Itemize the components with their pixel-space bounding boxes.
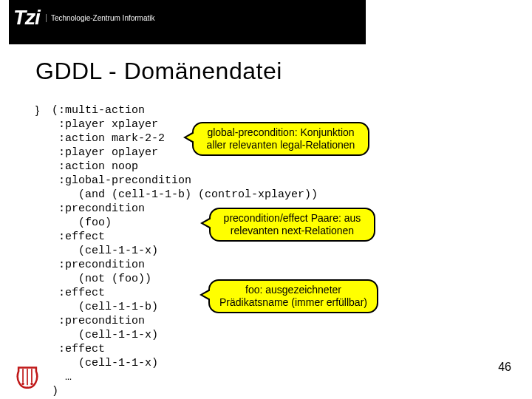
svg-rect-1 [27,369,28,385]
callout-precondition-effect: precondition/effect Paare: aus relevante… [209,208,375,242]
slide-title: GDDL - Domänendatei [35,58,282,85]
university-logo-icon [15,365,40,390]
svg-rect-0 [22,369,24,383]
header-left-gap [0,0,9,44]
callout-line: Prädikatsname (immer erfüllbar) [216,296,371,309]
tzi-logo-subtitle: Technologie-Zentrum Informatik [46,14,155,22]
header-bar: Tzi Technologie-Zentrum Informatik [0,0,532,44]
callout-line: relevanten next-Relationen [216,225,368,237]
callout-foo: foo: ausgezeichneter Prädikatsname (imme… [208,279,378,313]
callout-line: precondition/effect Paare: aus [216,212,368,225]
callout-global-precondition: global-precondition: Konjunktion aller r… [192,122,369,156]
callout-line: global-precondition: Konjunktion [200,126,362,139]
svg-rect-2 [31,369,33,383]
tzi-logo: Tzi Technologie-Zentrum Informatik [13,6,155,30]
bullet-glyph: } [35,103,39,116]
svg-point-4 [30,383,33,385]
callout-line: aller relevanten legal-Relationen [200,139,362,151]
header-right-gap [366,0,532,44]
svg-point-3 [21,383,24,385]
tzi-logo-mark: Tzi [13,6,40,30]
callout-line: foo: ausgezeichneter [216,284,371,296]
page-number: 46 [498,361,511,374]
